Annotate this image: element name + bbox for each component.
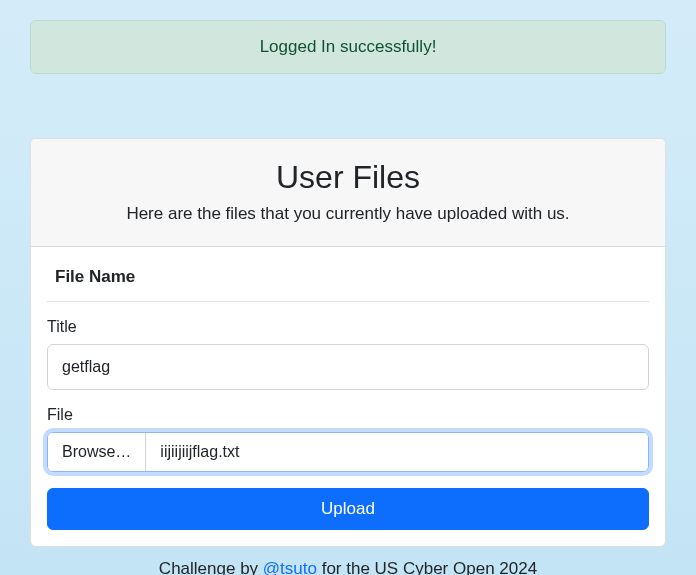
footer-suffix: for the US Cyber Open 2024	[317, 559, 537, 575]
title-label: Title	[47, 318, 649, 336]
title-input[interactable]	[47, 344, 649, 390]
file-label: File	[47, 406, 649, 424]
browse-button[interactable]: Browse…	[48, 433, 146, 471]
card-body: File Name Title File Browse… iijiijiijfl…	[31, 247, 665, 546]
upload-button[interactable]: Upload	[47, 488, 649, 530]
title-form-group: Title	[47, 318, 649, 390]
alert-message: Logged In successfully!	[260, 37, 437, 56]
file-input[interactable]: Browse… iijiijiijflag.txt	[47, 432, 649, 472]
page-title: User Files	[55, 159, 641, 196]
selected-file-name: iijiijiijflag.txt	[146, 433, 648, 471]
page-subtitle: Here are the files that you currently ha…	[55, 204, 641, 224]
footer: Challenge by @tsuto for the US Cyber Ope…	[30, 547, 666, 575]
file-form-group: File Browse… iijiijiijflag.txt	[47, 406, 649, 472]
user-files-card: User Files Here are the files that you c…	[30, 138, 666, 547]
file-name-column-header: File Name	[47, 267, 649, 302]
footer-prefix: Challenge by	[159, 559, 263, 575]
login-success-alert: Logged In successfully!	[30, 20, 666, 74]
card-header: User Files Here are the files that you c…	[31, 139, 665, 247]
author-link[interactable]: @tsuto	[263, 559, 317, 575]
